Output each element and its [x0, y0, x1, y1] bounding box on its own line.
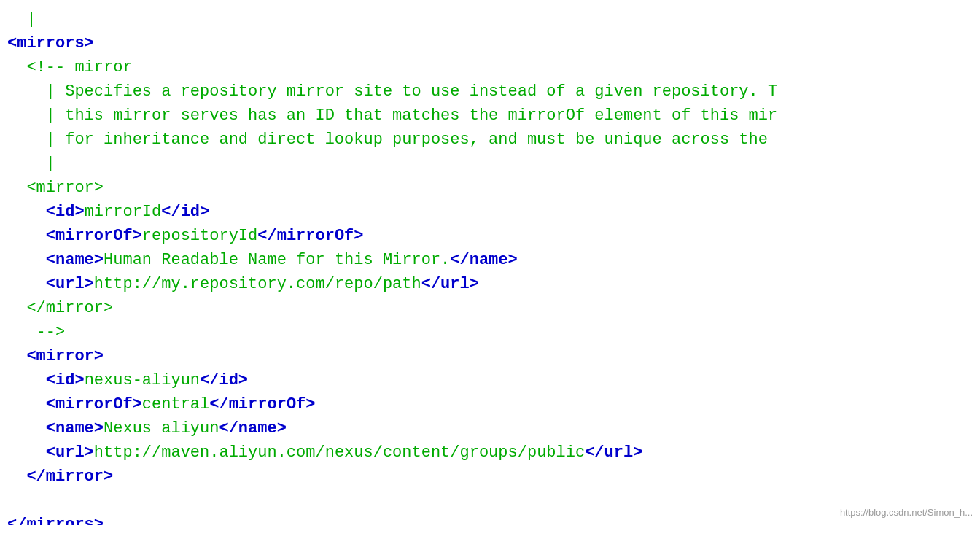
tag-name-close-2: </name>	[219, 419, 286, 438]
code-line-8: <mirror>	[0, 176, 980, 200]
tag-mirrorof-open: <mirrorOf>	[7, 227, 142, 245]
text-nexus-aliyun-name: Nexus aliyun	[104, 419, 219, 438]
comment-line-5: | this mirror serves has an ID that matc…	[7, 106, 777, 125]
code-block: | <mirrors> <!-- mirror | Specifies a re…	[0, 0, 980, 525]
tag-url-open-2: <url>	[7, 443, 94, 462]
tag-mirrorof-open-2: <mirrorOf>	[7, 395, 142, 414]
comment-mirror-start: <!-- mirror	[7, 58, 133, 77]
text-url-2: http://maven.aliyun.com/nexus/content/gr…	[94, 443, 585, 462]
code-line-13: </mirror>	[0, 296, 980, 320]
text-repositoryid: repositoryId	[142, 227, 257, 245]
comment-line-7: |	[7, 155, 55, 173]
code-line-17: <mirrorOf>central</mirrorOf>	[0, 392, 980, 416]
code-line-10: <mirrorOf>repositoryId</mirrorOf>	[0, 224, 980, 248]
code-line-16: <id>nexus-aliyun</id>	[0, 368, 980, 392]
text-url-1: http://my.repository.com/repo/path	[94, 275, 421, 293]
code-line-12: <url>http://my.repository.com/repo/path<…	[0, 272, 980, 296]
text-mirrorid: mirrorId	[85, 203, 162, 221]
tag-mirrorof-close: </mirrorOf>	[257, 227, 363, 245]
code-line-11: <name>Human Readable Name for this Mirro…	[0, 248, 980, 272]
code-line-15: <mirror>	[0, 344, 980, 368]
tag-id-close: </id>	[161, 203, 209, 221]
tag-mirrorof-close-2: </mirrorOf>	[209, 395, 315, 414]
tag-id-open-2: <id>	[7, 371, 85, 389]
tag-name-close-1: </name>	[450, 251, 517, 269]
code-line-2: <mirrors>	[0, 31, 980, 55]
tag-url-close-1: </url>	[421, 275, 479, 293]
tag-mirrors-close: </mirrors>	[7, 516, 104, 525]
code-line-7: |	[0, 152, 980, 176]
comment-line-4: | Specifies a repository mirror site to …	[7, 82, 777, 101]
code-line-5: | this mirror serves has an ID that matc…	[0, 104, 980, 128]
tag-name-open-2: <name>	[7, 419, 104, 438]
code-line-20: </mirror>	[0, 465, 980, 489]
tag-url-open-1: <url>	[7, 275, 94, 293]
code-line-4: | Specifies a repository mirror site to …	[0, 79, 980, 104]
text-central: central	[142, 395, 209, 414]
tag-mirror-comment-open: <mirror>	[7, 179, 104, 197]
text-mirror-name-1: Human Readable Name for this Mirror.	[104, 251, 450, 269]
code-line-14: -->	[0, 320, 980, 344]
comment-line-6: | for inheritance and direct lookup purp…	[7, 131, 768, 149]
tag-mirror-open: <mirror>	[7, 347, 104, 365]
tag-name-open-1: <name>	[7, 251, 104, 269]
code-line-3: <!-- mirror	[0, 55, 980, 79]
code-line-9: <id>mirrorId</id>	[0, 200, 980, 224]
text-nexus-aliyun: nexus-aliyun	[85, 371, 200, 389]
comment-text: |	[7, 10, 46, 28]
comment-end: -->	[7, 323, 65, 341]
tag-id-close-2: </id>	[200, 371, 248, 389]
code-line-1: |	[0, 7, 980, 31]
tag-mirrors-open: <mirrors>	[7, 34, 94, 53]
watermark: https://blog.csdn.net/Simon_h...	[840, 505, 973, 520]
tag-url-close-2: </url>	[585, 443, 642, 462]
tag-mirror-close: </mirror>	[7, 468, 113, 486]
code-line-6: | for inheritance and direct lookup purp…	[0, 128, 980, 152]
code-line-19: <url>http://maven.aliyun.com/nexus/conte…	[0, 441, 980, 465]
tag-mirror-comment-close: </mirror>	[7, 299, 113, 317]
code-line-22: </mirrors>	[0, 513, 980, 525]
tag-id-open: <id>	[7, 203, 85, 221]
code-line-21	[0, 489, 980, 513]
code-line-18: <name>Nexus aliyun</name>	[0, 416, 980, 441]
